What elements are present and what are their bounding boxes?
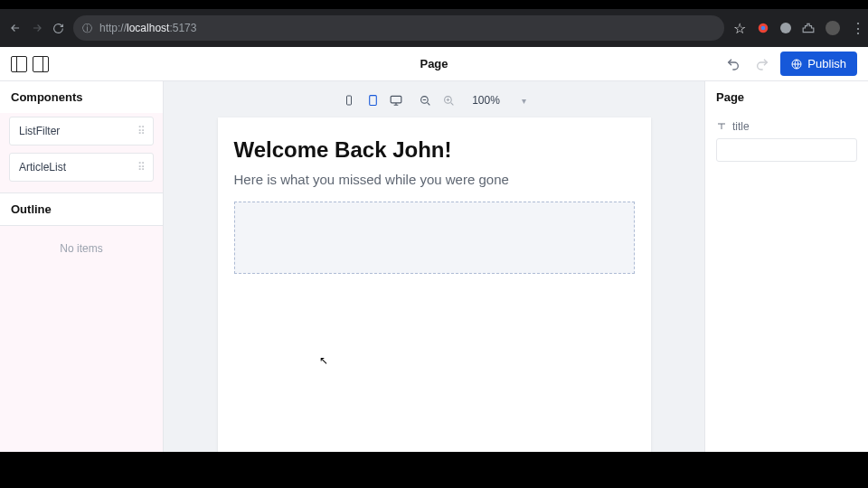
back-icon[interactable] <box>9 21 22 35</box>
sidebar-right: Page title <box>704 81 868 452</box>
svg-rect-3 <box>347 96 352 105</box>
page-subheading: Here is what you missed while you were g… <box>234 172 635 187</box>
dropzone[interactable] <box>234 202 635 274</box>
text-type-icon <box>716 121 727 132</box>
components-header: Components <box>0 81 163 113</box>
zoom-dropdown-icon[interactable]: ▾ <box>522 96 526 106</box>
zoom-level: 100% <box>472 94 500 107</box>
publish-button[interactable]: Publish <box>780 52 857 76</box>
canvas-frame[interactable]: Welcome Back John! Here is what you miss… <box>218 117 651 452</box>
forward-icon[interactable] <box>31 21 43 35</box>
os-menubar <box>0 0 868 9</box>
drag-handle-icon[interactable]: ⠿ <box>137 161 144 174</box>
canvas-toolbar: 100% ▾ <box>164 81 704 114</box>
extension-icon-1[interactable] <box>757 22 769 34</box>
svg-point-1 <box>761 26 766 31</box>
info-icon: ⓘ <box>82 22 92 35</box>
reload-icon[interactable] <box>52 21 64 35</box>
mobile-viewport-icon[interactable] <box>342 93 356 108</box>
outline-header: Outline <box>0 192 163 225</box>
components-list: ListFilter ⠿ ArticleList ⠿ <box>0 113 163 192</box>
profile-icon[interactable] <box>826 21 840 35</box>
globe-icon <box>791 59 802 70</box>
svg-rect-5 <box>391 96 401 103</box>
component-item[interactable]: ArticleList ⠿ <box>9 153 154 182</box>
svg-rect-4 <box>369 96 376 106</box>
component-item[interactable]: ListFilter ⠿ <box>9 117 154 145</box>
page-title: Page <box>420 57 448 70</box>
properties-list: title <box>705 113 868 169</box>
property-title-input[interactable] <box>716 138 857 162</box>
drag-handle-icon[interactable]: ⠿ <box>137 125 144 137</box>
os-dock <box>0 452 868 488</box>
toggle-left-panel-icon[interactable] <box>11 56 27 72</box>
property-label: title <box>732 120 750 133</box>
app-root: Page Publish Components ListFilter ⠿ Art… <box>0 47 868 452</box>
app-topbar: Page Publish <box>0 47 868 81</box>
property-row: title <box>716 120 857 133</box>
browser-toolbar: ⓘ http://localhost:5173 ☆ ⋮ <box>0 9 868 47</box>
tablet-viewport-icon[interactable] <box>365 93 380 108</box>
browser-right-icons: ☆ ⋮ <box>733 20 865 37</box>
menu-dots-icon[interactable]: ⋮ <box>851 20 865 37</box>
component-label: ArticleList <box>19 161 66 174</box>
zoom-out-icon[interactable] <box>418 93 432 108</box>
url-text: http://localhost:5173 <box>99 22 196 34</box>
undo-icon[interactable] <box>722 53 744 75</box>
extension-icon-2[interactable] <box>780 23 791 33</box>
canvas-area: 100% ▾ Welcome Back John! Here is what y… <box>164 81 704 452</box>
redo-icon[interactable] <box>751 53 773 75</box>
page-heading: Welcome Back John! <box>234 137 635 163</box>
toggle-right-panel-icon[interactable] <box>33 56 49 72</box>
workspace: Components ListFilter ⠿ ArticleList ⠿ Ou… <box>0 81 868 452</box>
address-bar[interactable]: ⓘ http://localhost:5173 <box>73 15 724 41</box>
outline-empty-state: No items <box>0 225 163 452</box>
properties-header: Page <box>705 81 868 113</box>
zoom-in-icon[interactable] <box>441 93 456 108</box>
component-label: ListFilter <box>19 125 60 137</box>
bookmark-icon[interactable]: ☆ <box>733 20 746 37</box>
sidebar-left: Components ListFilter ⠿ ArticleList ⠿ Ou… <box>0 81 164 452</box>
extensions-icon[interactable] <box>802 22 815 34</box>
publish-label: Publish <box>807 57 846 70</box>
desktop-viewport-icon[interactable] <box>389 93 403 108</box>
